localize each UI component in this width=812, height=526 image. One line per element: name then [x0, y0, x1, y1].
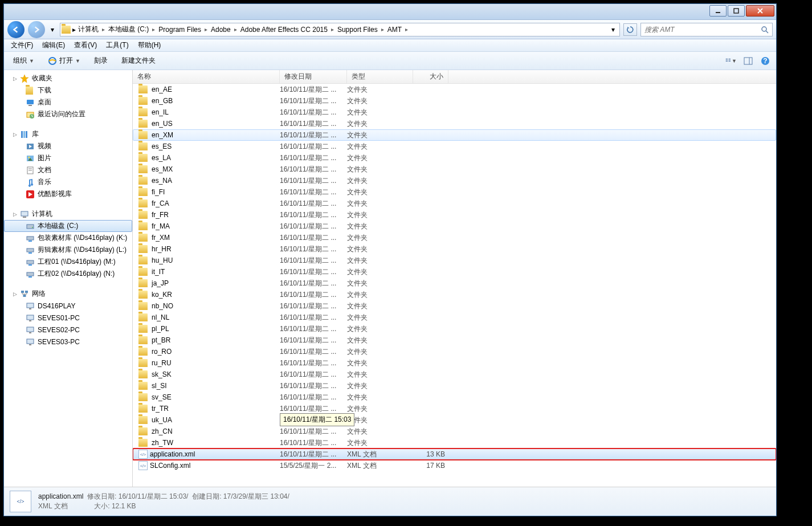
breadcrumb-item[interactable]: Adobe	[209, 26, 233, 34]
tree-item-recent[interactable]: 最近访问的位置	[4, 108, 132, 120]
breadcrumb-sep[interactable]: ▸	[101, 26, 106, 32]
file-list[interactable]: en_AE16/10/11/星期二 ...文件夹en_GB16/10/11/星期…	[133, 84, 776, 487]
close-button[interactable]	[746, 5, 774, 17]
address-dropdown[interactable]: ▾	[608, 23, 618, 36]
file-row[interactable]: en_US16/10/11/星期二 ...文件夹	[133, 118, 776, 129]
tree-item-ds[interactable]: DS416PLAY	[4, 300, 132, 312]
breadcrumb-sep[interactable]: ▸	[330, 26, 335, 32]
breadcrumb-sep[interactable]: ▸	[380, 26, 385, 32]
file-row[interactable]: uk_UA16/10/11/星期二 ...文件夹	[133, 414, 776, 426]
open-button[interactable]: 打开▼	[43, 54, 85, 68]
tree-item-youku[interactable]: 优酷影视库	[4, 188, 132, 200]
col-date[interactable]: 修改日期	[280, 70, 347, 83]
tree-item-cdrive[interactable]: 本地磁盘 (C:)	[4, 220, 132, 232]
tree-group-favorites[interactable]: ▷收藏夹	[4, 72, 132, 84]
file-row[interactable]: it_IT16/10/11/星期二 ...文件夹	[133, 266, 776, 278]
tree-group-network[interactable]: ▷网络	[4, 288, 132, 300]
file-row[interactable]: fi_FI16/10/11/星期二 ...文件夹	[133, 186, 776, 198]
file-row[interactable]: pl_PL16/10/11/星期二 ...文件夹	[133, 323, 776, 335]
menu-item[interactable]: 查看(V)	[71, 39, 100, 51]
file-row[interactable]: hr_HR16/10/11/星期二 ...文件夹	[133, 243, 776, 255]
menu-item[interactable]: 文件(F)	[7, 39, 36, 51]
breadcrumb-sep[interactable]: ▸	[151, 26, 156, 32]
file-row[interactable]: ru_RU16/10/11/星期二 ...文件夹	[133, 357, 776, 369]
new-folder-button[interactable]: 新建文件夹	[117, 54, 160, 68]
tree-item-s1[interactable]: SEVES01-PC	[4, 312, 132, 324]
search-box[interactable]	[640, 23, 773, 36]
file-row[interactable]: sk_SK16/10/11/星期二 ...文件夹	[133, 369, 776, 380]
file-row[interactable]: nl_NL16/10/11/星期二 ...文件夹	[133, 312, 776, 323]
expand-icon[interactable]: ▷	[13, 76, 17, 81]
file-row[interactable]: zh_CN16/10/11/星期二 ...文件夹	[133, 426, 776, 437]
breadcrumb-item[interactable]: Program Files	[156, 26, 203, 34]
file-row[interactable]: zh_TW16/10/11/星期二 ...文件夹	[133, 437, 776, 448]
file-row[interactable]: es_MX16/10/11/星期二 ...文件夹	[133, 164, 776, 175]
file-row[interactable]: </>application.xml16/10/11/星期二 ...XML 文档…	[133, 448, 776, 460]
view-mode-button[interactable]: ▼	[725, 55, 737, 67]
tree-item-desktop[interactable]: 桌面	[4, 96, 132, 108]
organize-button[interactable]: 组织▼	[9, 54, 39, 68]
tree-item-s2[interactable]: SEVES02-PC	[4, 324, 132, 336]
menu-item[interactable]: 工具(T)	[103, 39, 132, 51]
expand-icon[interactable]: ▷	[13, 291, 17, 297]
file-row[interactable]: pt_BR16/10/11/星期二 ...文件夹	[133, 335, 776, 346]
expand-icon[interactable]: ▷	[13, 132, 17, 137]
tree-item-downloads[interactable]: 下载	[4, 84, 132, 96]
breadcrumb-item[interactable]: Support Files	[335, 26, 380, 34]
file-row[interactable]: sv_SE16/10/11/星期二 ...文件夹	[133, 392, 776, 403]
breadcrumb-sep[interactable]: ▸	[233, 26, 238, 32]
col-type[interactable]: 类型	[347, 70, 413, 83]
file-row[interactable]: fr_FR16/10/11/星期二 ...文件夹	[133, 209, 776, 221]
tree-group-library[interactable]: ▷库	[4, 128, 132, 140]
file-row[interactable]: ro_RO16/10/11/星期二 ...文件夹	[133, 346, 776, 357]
file-row[interactable]: es_LA16/10/11/星期二 ...文件夹	[133, 152, 776, 164]
file-row[interactable]: fr_XM16/10/11/星期二 ...文件夹	[133, 232, 776, 243]
file-row[interactable]: fr_CA16/10/11/星期二 ...文件夹	[133, 198, 776, 209]
tree-item-k[interactable]: 包装素材库 (\\Ds416play) (K:)	[4, 232, 132, 244]
file-row[interactable]: ko_KR16/10/11/星期二 ...文件夹	[133, 289, 776, 300]
tree-item-l[interactable]: 剪辑素材库 (\\Ds416play) (L:)	[4, 244, 132, 256]
file-row[interactable]: hu_HU16/10/11/星期二 ...文件夹	[133, 255, 776, 266]
file-row[interactable]: fr_MA16/10/11/星期二 ...文件夹	[133, 221, 776, 232]
maximize-button[interactable]	[728, 5, 745, 17]
tree-item-pictures[interactable]: 图片	[4, 152, 132, 164]
burn-button[interactable]: 刻录	[89, 54, 112, 68]
tree-item-video[interactable]: 视频	[4, 140, 132, 152]
file-row[interactable]: en_XM16/10/11/星期二 ...文件夹	[133, 129, 776, 141]
file-row[interactable]: es_ES16/10/11/星期二 ...文件夹	[133, 141, 776, 152]
file-row[interactable]: en_AE16/10/11/星期二 ...文件夹	[133, 84, 776, 95]
search-icon[interactable]	[761, 26, 769, 34]
back-button[interactable]	[7, 21, 25, 38]
forward-button[interactable]	[28, 21, 45, 38]
menu-item[interactable]: 编辑(E)	[39, 39, 68, 51]
file-row[interactable]: ja_JP16/10/11/星期二 ...文件夹	[133, 278, 776, 289]
tree-item-music[interactable]: 音乐	[4, 176, 132, 188]
menu-item[interactable]: 帮助(H)	[134, 39, 165, 51]
nav-tree[interactable]: ▷收藏夹下载桌面最近访问的位置▷库视频图片文档音乐优酷影视库▷计算机本地磁盘 (…	[4, 70, 133, 487]
refresh-button[interactable]	[623, 23, 637, 36]
nav-history-dropdown[interactable]: ▾	[48, 23, 56, 36]
breadcrumb-sep[interactable]: ▸	[203, 26, 209, 32]
breadcrumb-item[interactable]: AMT	[385, 26, 404, 34]
tree-item-m[interactable]: 工程01 (\\Ds416play) (M:)	[4, 256, 132, 268]
file-row[interactable]: nb_NO16/10/11/星期二 ...文件夹	[133, 300, 776, 312]
file-row[interactable]: es_NA16/10/11/星期二 ...文件夹	[133, 175, 776, 186]
address-bar[interactable]: ▸ 计算机▸本地磁盘 (C:)▸Program Files▸Adobe▸Adob…	[60, 23, 620, 36]
preview-pane-button[interactable]	[742, 55, 754, 67]
tree-group-computer[interactable]: ▷计算机	[4, 208, 132, 220]
col-size[interactable]: 大小	[413, 70, 448, 83]
minimize-button[interactable]	[709, 5, 727, 17]
file-row[interactable]: en_IL16/10/11/星期二 ...文件夹	[133, 107, 776, 118]
tree-item-n[interactable]: 工程02 (\\Ds416play) (N:)	[4, 268, 132, 280]
file-row[interactable]: sl_SI16/10/11/星期二 ...文件夹	[133, 380, 776, 392]
help-button[interactable]: ?	[759, 55, 772, 67]
breadcrumb-sep[interactable]: ▸	[404, 26, 409, 32]
col-name[interactable]: 名称	[133, 70, 280, 83]
breadcrumb-item[interactable]: 计算机	[76, 25, 101, 34]
tree-item-s3[interactable]: SEVES03-PC	[4, 336, 132, 348]
search-input[interactable]	[644, 26, 761, 34]
file-row[interactable]: en_GB16/10/11/星期二 ...文件夹	[133, 95, 776, 107]
expand-icon[interactable]: ▷	[13, 211, 17, 217]
tree-item-documents[interactable]: 文档	[4, 164, 132, 176]
breadcrumb-item[interactable]: 本地磁盘 (C:)	[106, 25, 151, 34]
